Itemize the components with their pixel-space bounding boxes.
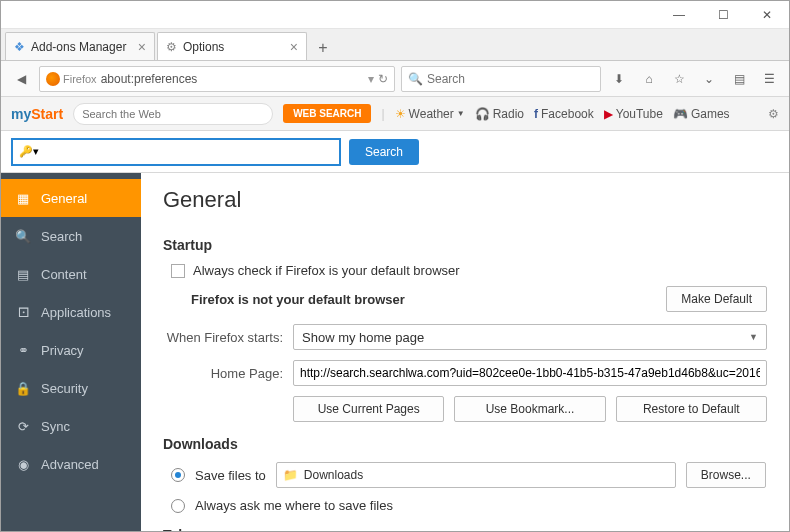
radio-icon: 🎧 [475,107,490,121]
search-box[interactable]: 🔍 [401,66,601,92]
youtube-icon: ▶ [604,107,613,121]
sidebar-item-security[interactable]: 🔒Security [1,369,141,407]
gear-icon: ⚙ [166,40,177,54]
back-button[interactable]: ◀ [9,67,33,91]
search-input[interactable] [427,72,594,86]
sidebar-item-sync[interactable]: ⟳Sync [1,407,141,445]
dropdown-icon[interactable]: ▾ [368,72,374,86]
new-tab-button[interactable]: + [309,36,337,60]
sidebar-item-advanced[interactable]: ◉Advanced [1,445,141,483]
downloads-folder-display: 📁 Downloads [276,462,676,488]
search-icon: 🔑▾ [19,145,39,158]
when-starts-label: When Firefox starts: [163,330,283,345]
radio-link[interactable]: 🎧Radio [475,107,524,121]
web-search-button[interactable]: WEB SEARCH [283,104,371,123]
secondary-search-button[interactable]: Search [349,139,419,165]
content-icon: ▤ [15,267,31,282]
chevron-down-icon: ▼ [749,332,758,342]
tab-close-icon[interactable]: × [138,39,146,55]
folder-icon: 📁 [283,468,298,482]
search-icon: 🔍 [15,229,31,244]
general-icon: ▦ [15,191,31,206]
tab-addons[interactable]: ❖ Add-ons Manager × [5,32,155,60]
weather-link[interactable]: ☀Weather▼ [395,107,465,121]
homepage-label: Home Page: [163,366,283,381]
advanced-icon: ◉ [15,457,31,472]
tab-options[interactable]: ⚙ Options × [157,32,307,60]
secondary-search-input[interactable] [43,144,333,159]
mystart-toolbar: myStart WEB SEARCH | ☀Weather▼ 🎧Radio fF… [1,97,789,131]
use-bookmark-button[interactable]: Use Bookmark... [454,396,605,422]
reload-icon[interactable]: ↻ [378,72,388,86]
tab-label: Options [183,40,224,54]
sidebar-item-applications[interactable]: ⚀Applications [1,293,141,331]
bookmarks-icon[interactable]: ☆ [667,67,691,91]
tabs-heading: Tabs [163,527,767,531]
minimize-button[interactable]: — [657,1,701,29]
mystart-search[interactable] [73,103,273,125]
maximize-button[interactable]: ☐ [701,1,745,29]
sidebar-item-general[interactable]: ▦General [1,179,141,217]
window-titlebar: — ☐ ✕ [1,1,789,29]
when-starts-select[interactable]: Show my home page ▼ [293,324,767,350]
rocket-icon: ⚀ [15,305,31,320]
sun-icon: ☀ [395,107,406,121]
menu-icon[interactable]: ☰ [757,67,781,91]
sidebar-item-privacy[interactable]: ⚭Privacy [1,331,141,369]
secondary-search-box[interactable]: 🔑▾ [11,138,341,166]
browse-button[interactable]: Browse... [686,462,766,488]
pocket-icon[interactable]: ⌄ [697,67,721,91]
startup-heading: Startup [163,237,767,253]
history-icon[interactable]: ▤ [727,67,751,91]
not-default-text: Firefox is not your default browser [191,292,405,307]
downloads-heading: Downloads [163,436,767,452]
preferences-sidebar: ▦General 🔍Search ▤Content ⚀Applications … [1,173,141,531]
navigation-bar: ◀ Firefox ▾ ↻ 🔍 ⬇ ⌂ ☆ ⌄ ▤ ☰ [1,61,789,97]
mystart-search-input[interactable] [82,108,264,120]
close-button[interactable]: ✕ [745,1,789,29]
sidebar-item-content[interactable]: ▤Content [1,255,141,293]
restore-default-button[interactable]: Restore to Default [616,396,767,422]
firefox-icon [46,72,60,86]
puzzle-icon: ❖ [14,40,25,54]
facebook-link[interactable]: fFacebook [534,107,594,121]
mask-icon: ⚭ [15,343,31,358]
identity-badge: Firefox [46,72,97,86]
homepage-input[interactable] [293,360,767,386]
tab-label: Add-ons Manager [31,40,126,54]
home-icon[interactable]: ⌂ [637,67,661,91]
youtube-link[interactable]: ▶YouTube [604,107,663,121]
save-to-label: Save files to [195,468,266,483]
always-ask-label: Always ask me where to save files [195,498,393,513]
main-area: ▦General 🔍Search ▤Content ⚀Applications … [1,173,789,531]
sidebar-item-search[interactable]: 🔍Search [1,217,141,255]
always-check-label: Always check if Firefox is your default … [193,263,460,278]
facebook-icon: f [534,107,538,121]
tab-strip: ❖ Add-ons Manager × ⚙ Options × + [1,29,789,61]
page-title: General [163,187,767,213]
downloads-icon[interactable]: ⬇ [607,67,631,91]
always-check-checkbox[interactable] [171,264,185,278]
always-ask-radio[interactable] [171,499,185,513]
games-icon: 🎮 [673,107,688,121]
url-box[interactable]: Firefox ▾ ↻ [39,66,395,92]
mystart-logo: myStart [11,106,63,122]
use-current-button[interactable]: Use Current Pages [293,396,444,422]
url-input[interactable] [101,72,364,86]
search-icon: 🔍 [408,72,423,86]
sync-icon: ⟳ [15,419,31,434]
make-default-button[interactable]: Make Default [666,286,767,312]
secondary-search-bar: 🔑▾ Search [1,131,789,173]
save-to-radio[interactable] [171,468,185,482]
preferences-content: General Startup Always check if Firefox … [141,173,789,531]
mystart-settings-icon[interactable]: ⚙ [768,107,779,121]
lock-icon: 🔒 [15,381,31,396]
tab-close-icon[interactable]: × [290,39,298,55]
games-link[interactable]: 🎮Games [673,107,730,121]
